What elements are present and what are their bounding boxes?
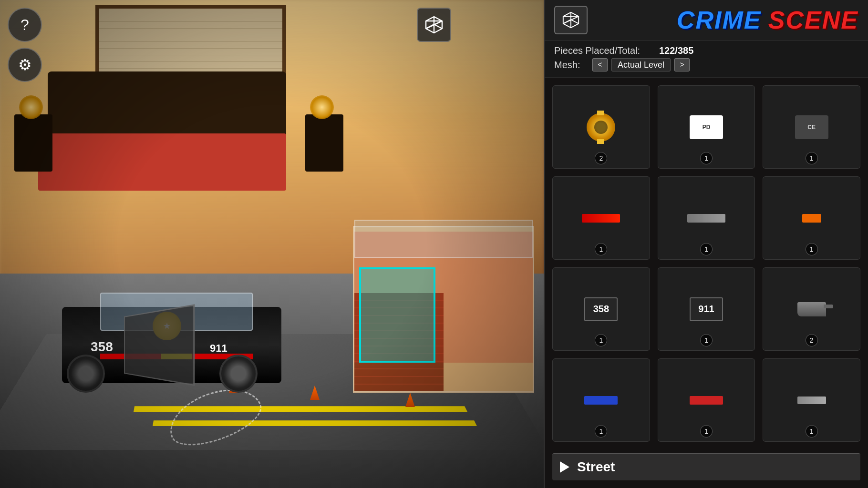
gun-count: 2 (806, 334, 818, 346)
top-bar: CRIME SCENE (545, 0, 868, 41)
police-door-dark-icon: CE (795, 115, 828, 139)
gun-icon (797, 302, 826, 316)
title-scene: SCENE (768, 6, 858, 34)
piece-slot-bar-gray-sm[interactable]: 1 (763, 358, 860, 442)
piece-slot-police-door-white[interactable]: PD 1 (658, 85, 755, 169)
cube-icon (424, 15, 444, 35)
police-door-white-count: 1 (700, 152, 713, 164)
street-label: Street (577, 459, 615, 475)
gun-barrel (824, 305, 833, 308)
bar-orange-count: 1 (806, 243, 818, 255)
top-center-3d-button[interactable] (417, 8, 451, 42)
bar-gray-count: 1 (700, 243, 713, 255)
wheel-front-left (67, 355, 105, 393)
mesh-label: Mesh: (554, 60, 592, 71)
bar-red-icon (582, 214, 620, 223)
game-viewport: ★ 358 911 (0, 0, 544, 488)
lamp-left (19, 95, 43, 119)
num-911-icon: 911 (690, 297, 723, 321)
play-icon (560, 461, 569, 473)
nightstand-right (305, 114, 343, 172)
gear-piece-icon (587, 113, 615, 142)
car-number-911: 911 (210, 342, 227, 355)
bar-red-sm-count: 1 (700, 425, 713, 437)
lamp-right (310, 95, 334, 119)
mesh-current-value: Actual Level (611, 58, 671, 71)
piece-slot-gun[interactable]: 2 (763, 267, 860, 351)
num-358-count: 1 (595, 334, 607, 346)
piece-slot-bar-orange[interactable]: 1 (763, 176, 860, 260)
piece-slot-bar-red[interactable]: 1 (552, 176, 650, 260)
right-panel: CRIME SCENE Pieces Placed/Total: 122/385… (544, 0, 868, 488)
stats-row: Pieces Placed/Total: 122/385 Mesh: < Act… (545, 41, 868, 78)
police-vehicle: ★ 358 911 (48, 278, 286, 383)
svg-line-10 (571, 20, 579, 24)
street-bar[interactable]: Street (552, 453, 860, 480)
pieces-label: Pieces Placed/Total: (554, 45, 659, 56)
question-mark-icon: ? (21, 16, 29, 34)
num-358-icon: 358 (584, 297, 618, 321)
gear-count: 2 (595, 152, 607, 164)
wheel-rear-left (219, 355, 258, 393)
game-title: CRIME SCENE (597, 6, 858, 34)
police-door-dark-count: 1 (806, 152, 818, 164)
cube-icon (561, 10, 580, 30)
mesh-controls: < Actual Level > (592, 58, 690, 71)
bed (38, 133, 286, 191)
bar-gray-sm-count: 1 (806, 425, 818, 437)
pieces-stat-line: Pieces Placed/Total: 122/385 (554, 45, 858, 56)
pieces-grid: 2 PD 1 CE 1 1 1 1 358 (545, 78, 868, 449)
svg-line-4 (434, 24, 442, 29)
piece-slot-num-358[interactable]: 358 1 (552, 267, 650, 351)
car-number-358: 358 (91, 339, 113, 355)
shop-exterior (353, 226, 534, 393)
shop-building (353, 226, 534, 393)
bar-blue-icon (584, 396, 618, 405)
bar-gray-sm-icon (797, 396, 826, 404)
bar-blue-count: 1 (595, 425, 607, 437)
svg-line-5 (426, 24, 434, 29)
3d-view-button[interactable] (554, 6, 588, 34)
car-door-open (124, 304, 195, 386)
gear-inner (594, 121, 608, 134)
piece-slot-gear[interactable]: 2 (552, 85, 650, 169)
num-911-count: 1 (700, 334, 713, 346)
nightstand-left (14, 114, 52, 172)
bar-gray-icon (687, 214, 725, 223)
piece-slot-bar-red-sm[interactable]: 1 (658, 358, 755, 442)
shop-glass-top (354, 220, 533, 258)
mesh-next-button[interactable]: > (674, 58, 690, 71)
bar-red-sm-icon (690, 396, 723, 405)
piece-slot-num-911[interactable]: 911 1 (658, 267, 755, 351)
police-door-white-icon: PD (690, 115, 723, 139)
piece-slot-bar-gray[interactable]: 1 (658, 176, 755, 260)
settings-button[interactable]: ⚙ (8, 48, 42, 82)
pieces-value: 122/385 (659, 45, 693, 56)
mesh-stat-line: Mesh: < Actual Level > (554, 58, 858, 71)
title-crime: CRIME (677, 6, 762, 34)
piece-slot-police-door-dark[interactable]: CE 1 (763, 85, 860, 169)
3d-box-icon (417, 8, 451, 42)
svg-line-11 (563, 20, 571, 24)
left-panel: ? ⚙ (0, 0, 48, 90)
help-button[interactable]: ? (8, 8, 42, 42)
bar-orange-icon (802, 214, 821, 223)
bar-red-count: 1 (595, 243, 607, 255)
gear-icon: ⚙ (18, 56, 32, 74)
mesh-prev-button[interactable]: < (592, 58, 608, 71)
shop-window (359, 267, 435, 363)
piece-slot-bar-blue[interactable]: 1 (552, 358, 650, 442)
